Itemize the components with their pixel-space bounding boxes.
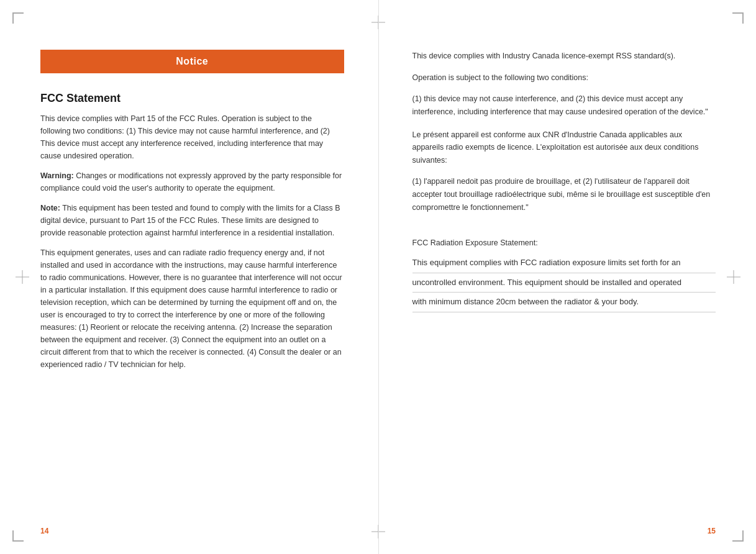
warning-label: Warning: bbox=[40, 171, 74, 180]
warning-text: Changes or modifications not expressly a… bbox=[40, 171, 342, 193]
right-para2: Operation is subject to the following tw… bbox=[412, 71, 716, 84]
page-left: Notice FCC Statement This device complie… bbox=[0, 0, 378, 554]
right-section-canada: This device complies with Industry Canad… bbox=[412, 50, 716, 214]
right-para3: (1) this device may not cause interferen… bbox=[412, 93, 716, 118]
radiation-heading: FCC Radiation Exposure Statement: bbox=[412, 238, 716, 247]
right-para4: Le présent appareil est conforme aux CNR… bbox=[412, 129, 716, 167]
page-container: Notice FCC Statement This device complie… bbox=[0, 0, 756, 554]
note-para: Note: This equipment has been tested and… bbox=[40, 202, 344, 239]
notice-banner: Notice bbox=[40, 50, 344, 73]
fcc-para2: This equipment generates, uses and can r… bbox=[40, 247, 344, 371]
warning-para: Warning: Changes or modifications not ex… bbox=[40, 170, 344, 194]
fcc-para1: This device complies with Part 15 of the… bbox=[40, 112, 344, 162]
fcc-heading: FCC Statement bbox=[40, 92, 344, 105]
radiation-line3: with minimum distance 20cm between the r… bbox=[412, 293, 716, 312]
radiation-line1: This equipment complies with FCC radiati… bbox=[412, 253, 716, 273]
right-para1: This device complies with Industry Canad… bbox=[412, 50, 716, 63]
page-number-left: 14 bbox=[40, 527, 48, 535]
note-label: Note: bbox=[40, 204, 60, 212]
page-number-right: 15 bbox=[708, 527, 716, 535]
right-para5: (1) l'appareil nedoit pas produire de br… bbox=[412, 175, 716, 214]
note-text: This equipment has been tested and found… bbox=[40, 204, 340, 237]
page-right: This device complies with Industry Canad… bbox=[378, 0, 757, 554]
fcc-radiation-section: FCC Radiation Exposure Statement: This e… bbox=[412, 238, 716, 312]
radiation-line2: uncontrolled environment. This equipment… bbox=[412, 273, 716, 293]
